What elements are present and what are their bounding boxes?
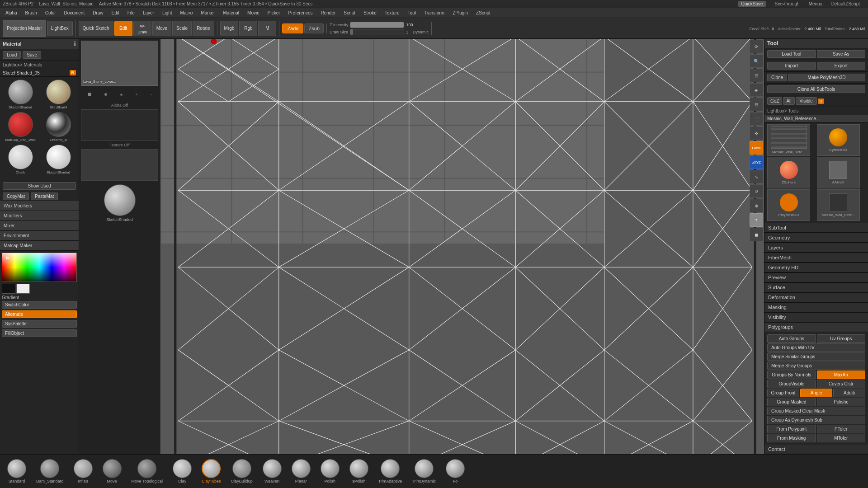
brush-inflat[interactable]: InflatI <box>71 458 95 484</box>
mat-item-skinshad[interactable]: SkinShad4 <box>40 79 77 110</box>
menus-label[interactable]: Menus <box>809 1 822 6</box>
lightbox-materials-label[interactable]: Lightbox> Materials <box>0 61 79 69</box>
layers-title[interactable]: Layers <box>764 243 868 253</box>
textu-icon-btn[interactable]: T <box>750 213 763 227</box>
lightbox-tools-label[interactable]: Lightbox> Tools <box>764 107 868 115</box>
brush-spolish[interactable]: sPolish <box>347 458 371 484</box>
brush-planar[interactable]: Planar <box>289 458 313 484</box>
all-btn[interactable]: All <box>783 97 794 105</box>
quick-sketch-btn[interactable]: Quick Sketch <box>79 21 113 36</box>
environment-btn[interactable]: Environment <box>0 231 79 241</box>
material-save-btn[interactable]: Save <box>23 51 41 59</box>
mrgb-btn[interactable]: Mrgb <box>220 21 239 36</box>
brush-clay-tubes[interactable]: ClayTubes <box>199 458 224 484</box>
switch-color-btn[interactable]: SwitchColor <box>2 301 77 309</box>
merge-similar-btn[interactable]: Merge Similar Groups <box>767 352 865 361</box>
visibility-title[interactable]: Visibility <box>764 313 868 322</box>
tool-thumb-polym[interactable]: PolyMesh3D <box>767 189 810 221</box>
merge-stray-btn[interactable]: Merge Stray Groups <box>767 361 865 370</box>
alpha-preview[interactable] <box>81 109 158 141</box>
material-info-icon[interactable]: ℹ <box>74 40 76 47</box>
contact-title[interactable]: Contact <box>764 445 868 454</box>
frame-icon-btn[interactable]: ⬚ <box>750 112 763 126</box>
copy-mat-btn[interactable]: CopyMat <box>3 192 29 200</box>
brush-standard[interactable]: Standard <box>5 458 29 484</box>
save-as-btn[interactable]: Save As <box>817 50 866 58</box>
persp-icon-btn[interactable]: ◈ <box>750 83 763 97</box>
zadd-btn[interactable]: Zadd <box>282 23 303 33</box>
see-through-label[interactable]: See-through <box>775 1 800 6</box>
fill-object-btn[interactable]: FillObject <box>2 329 77 337</box>
scale-btn[interactable]: Scale <box>172 21 192 36</box>
menu-brush[interactable]: Brush <box>22 9 41 16</box>
tool-thumb-zsphere[interactable]: ZSphere <box>767 157 810 188</box>
menu-script[interactable]: Script <box>340 9 359 16</box>
brush-trim-adaptive[interactable]: TrimAdaptive <box>376 458 405 484</box>
group-as-dynamesh-btn[interactable]: Group As Dynamesh Sub <box>767 416 865 424</box>
floor-icon-btn[interactable]: ⊟ <box>750 98 763 111</box>
scroll-icon-btn[interactable]: ⟳ <box>750 40 763 53</box>
draw-btn[interactable]: ✏ Draw <box>133 21 151 36</box>
brush-fo[interactable]: Fo <box>443 458 467 484</box>
from-polypaint-btn[interactable]: From Polypaint <box>767 425 816 433</box>
texture-preview[interactable] <box>81 149 158 181</box>
group-front-btn[interactable]: Group Front <box>767 389 799 397</box>
scale-icon-btn[interactable]: ⤡ <box>750 170 763 183</box>
export-btn[interactable]: Export <box>817 62 866 70</box>
brush-dam-standard[interactable]: Dam_Standard <box>33 458 66 484</box>
brush-move-topo[interactable]: Move Topological <box>129 458 165 484</box>
menu-transform[interactable]: Transform <box>420 9 448 16</box>
covers-clstr-btn[interactable]: Covers Clstr <box>817 380 866 388</box>
menu-stroke[interactable]: Stroke <box>360 9 380 16</box>
tool-thumb-aahalft[interactable]: AAHalft <box>817 157 860 188</box>
masking-title[interactable]: Masking <box>764 303 868 312</box>
group-masked-btn[interactable]: Group Masked <box>767 398 816 406</box>
menu-light[interactable]: Light <box>159 9 176 16</box>
brush-weaver[interactable]: WeaverI <box>260 458 284 484</box>
menu-preferences[interactable]: Preferences <box>285 9 316 16</box>
mat-item-sketchshaded[interactable]: SketchShaded <box>2 79 39 110</box>
make-polymesh-btn[interactable]: Make PolyMesh3D <box>788 74 865 81</box>
alternate-btn[interactable]: Alternate <box>2 310 77 318</box>
polishc-btn[interactable]: Polishc <box>817 398 866 406</box>
modifiers-btn[interactable]: Modifiers <box>0 211 79 221</box>
mat-item-chrome[interactable]: Chrome_A <box>40 111 77 143</box>
clone-btn[interactable]: Clone <box>767 74 787 81</box>
tool-thumb-dark[interactable]: Mosaic_Wall_Refe... <box>817 189 860 221</box>
mat-item-matcap-red[interactable]: MatCap_Red_Wax <box>2 111 39 143</box>
menu-edit[interactable]: Edit <box>108 9 123 16</box>
rgb-btn[interactable]: Rgb <box>239 21 257 36</box>
snap-icon-btn[interactable]: ⊕ <box>750 199 763 212</box>
menu-file[interactable]: File <box>124 9 138 16</box>
preview-title[interactable]: Preview <box>764 273 868 282</box>
menu-movie[interactable]: Movie <box>244 9 263 16</box>
import-btn[interactable]: Import <box>767 62 816 70</box>
matcap-maker-btn[interactable]: Matcap Maker <box>0 241 79 251</box>
auto-groups-with-uv-btn[interactable]: Auto Groups With UV <box>767 343 865 352</box>
goz-r-badge[interactable]: R <box>818 99 825 104</box>
surface-title[interactable]: Surface <box>764 283 868 292</box>
rotate-icon-btn[interactable]: ↺ <box>750 184 763 198</box>
r-badge[interactable]: R <box>70 70 76 75</box>
move-icon-btn[interactable]: ✛ <box>750 127 763 140</box>
menu-marker[interactable]: Marker <box>197 9 218 16</box>
m-btn[interactable]: M <box>258 21 276 36</box>
menu-picker[interactable]: Picker <box>264 9 284 16</box>
menu-macro[interactable]: Macro <box>177 9 197 16</box>
clone-all-subtools-btn[interactable]: Clone All SubTools <box>767 85 865 93</box>
oxyz-icon-btn[interactable]: oXYZ <box>750 155 763 169</box>
menu-color[interactable]: Color <box>42 9 60 16</box>
max-an-btn[interactable]: MaxAn <box>817 371 866 379</box>
mixer-btn[interactable]: Mixer <box>0 221 79 231</box>
tool-thumb-cylinder[interactable]: Cylinder3D <box>817 124 860 156</box>
wax-modifiers-btn[interactable]: Wax Modifiers <box>0 201 79 211</box>
brush-clay-buildup[interactable]: ClayBuildup <box>228 458 255 484</box>
menu-draw[interactable]: Draw <box>89 9 107 16</box>
local-icon-btn[interactable]: Local <box>750 141 763 155</box>
quicksave-btn[interactable]: QuickSave <box>738 1 765 7</box>
menu-tool[interactable]: Tool <box>404 9 420 16</box>
edit-btn[interactable]: Edit <box>114 21 132 36</box>
m-toler-btn[interactable]: MToler <box>817 434 866 442</box>
brush-clay[interactable]: Clay <box>170 458 194 484</box>
goz-btn[interactable]: GoZ <box>767 97 782 105</box>
